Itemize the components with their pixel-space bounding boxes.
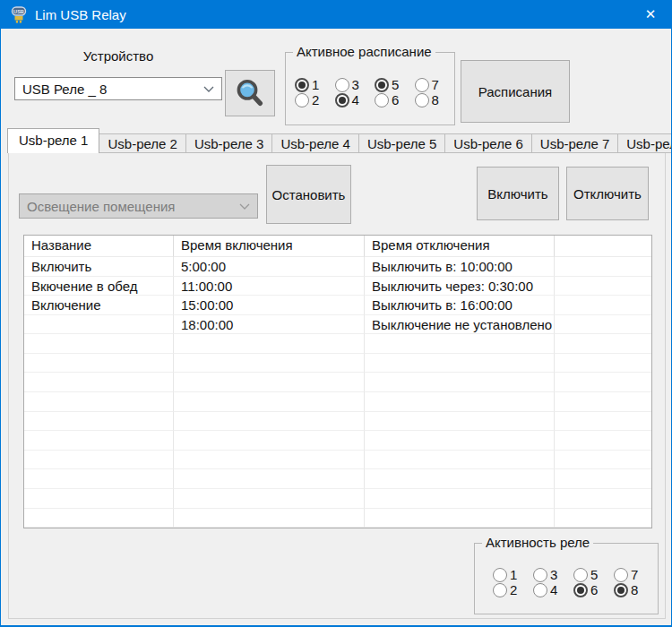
- radio-label: 5: [392, 77, 399, 92]
- relay-activity-radio-4[interactable]: 4: [533, 582, 573, 597]
- radio-unchecked-icon: [375, 93, 389, 107]
- schedule-combobox-value: Освещение помещения: [27, 199, 239, 214]
- table-cell: [365, 509, 555, 528]
- active-schedule-options: 13572468: [295, 77, 454, 107]
- radio-label: 3: [550, 567, 557, 582]
- radio-unchecked-icon: [415, 93, 429, 107]
- table-cell: [24, 315, 174, 335]
- schedule-table[interactable]: НазваниеВремя включенияВремя отключения …: [23, 235, 652, 528]
- radio-checked-icon: [375, 78, 389, 92]
- schedule-combobox[interactable]: Освещение помещения: [19, 193, 258, 219]
- table-cell: Выключить в: 16:00:00: [365, 296, 555, 315]
- header-cell: [555, 236, 651, 257]
- tab-usb-rele-4[interactable]: Usb-реле 4: [272, 133, 358, 153]
- table-cell: [24, 469, 174, 489]
- radio-unchecked-icon: [573, 568, 588, 582]
- radio-unchecked-icon: [493, 568, 507, 582]
- radio-row: 2468: [295, 92, 454, 107]
- table-cell: [555, 412, 651, 432]
- table-row[interactable]: 18:00:00Выключение не установлено: [24, 315, 651, 335]
- radio-label: 7: [631, 567, 638, 582]
- radio-unchecked-icon: [533, 583, 547, 597]
- active-schedule-radio-6[interactable]: 6: [375, 92, 415, 107]
- table-cell: Выключить в: 10:00:00: [365, 257, 555, 277]
- relay-activity-radio-2[interactable]: 2: [493, 582, 533, 597]
- tab-usb-rele-1[interactable]: Usb-реле 1: [7, 128, 99, 153]
- radio-checked-icon: [335, 93, 349, 107]
- active-schedule-radio-2[interactable]: 2: [295, 92, 335, 107]
- active-schedule-radio-7[interactable]: 7: [415, 77, 455, 92]
- tab-usb-rele-6[interactable]: Usb-реле 6: [445, 133, 531, 153]
- table-cell: [365, 392, 555, 412]
- table-cell: [365, 354, 555, 374]
- tab-usb-rele-3[interactable]: Usb-реле 3: [186, 133, 272, 153]
- table-cell: [365, 469, 555, 489]
- relay-activity-radio-3[interactable]: 3: [533, 567, 573, 582]
- tab-usb-rele-8[interactable]: Usb-реле 8: [618, 133, 672, 153]
- header-cell: Время отключения: [365, 236, 555, 257]
- radio-label: 6: [590, 582, 598, 597]
- table-cell: [365, 334, 555, 354]
- device-label: Устройство: [14, 48, 222, 64]
- active-schedule-radio-3[interactable]: 3: [335, 77, 375, 92]
- search-device-button[interactable]: [225, 70, 275, 116]
- turn-off-button-label: Отключить: [573, 186, 642, 202]
- relay-activity-radio-8[interactable]: 8: [614, 582, 654, 597]
- table-body: Включить5:00:00Выключить в: 10:00:00Вкюч…: [24, 257, 651, 528]
- radio-row: 2468: [493, 582, 658, 597]
- table-cell: [24, 489, 174, 509]
- relay-activity-radio-1[interactable]: 1: [493, 567, 533, 582]
- radio-label: 4: [352, 92, 359, 107]
- close-button[interactable]: ✕: [630, 0, 671, 29]
- table-cell: 15:00:00: [174, 296, 365, 315]
- table-cell: [174, 354, 365, 374]
- tab-usb-rele-5[interactable]: Usb-реле 5: [359, 133, 445, 153]
- table-cell: [365, 431, 555, 451]
- table-row[interactable]: Включить5:00:00Выключить в: 10:00:00: [24, 257, 651, 277]
- stop-button[interactable]: Остановить: [266, 165, 351, 224]
- table-cell: 5:00:00: [174, 257, 365, 277]
- table-cell: [555, 315, 651, 335]
- radio-row: 1357: [493, 567, 658, 582]
- table-cell: [555, 257, 651, 277]
- tab-usb-rele-2[interactable]: Usb-реле 2: [99, 133, 185, 153]
- relay-activity-radio-7[interactable]: 7: [614, 567, 654, 582]
- device-combobox[interactable]: USB Реле _ 8: [14, 77, 222, 100]
- relay-activity-options: 13572468: [493, 567, 658, 597]
- table-cell: [24, 373, 174, 392]
- active-schedule-radio-5[interactable]: 5: [375, 77, 415, 92]
- table-cell: [555, 392, 651, 412]
- table-row[interactable]: Вкючение в обед11:00:00Выключить через: …: [24, 277, 651, 296]
- active-schedule-radio-8[interactable]: 8: [415, 92, 455, 107]
- radio-checked-icon: [295, 78, 309, 92]
- header-cell: Название: [24, 236, 174, 257]
- window-title: Lim USB Relay: [35, 7, 126, 22]
- turn-on-button[interactable]: Включить: [477, 167, 559, 220]
- radio-unchecked-icon: [295, 93, 309, 107]
- radio-checked-icon: [614, 583, 628, 597]
- table-cell: Вкючение в обед: [24, 277, 174, 296]
- title-bar: USB Lim USB Relay ✕: [1, 0, 671, 29]
- table-cell: [365, 412, 555, 432]
- table-row[interactable]: Включение15:00:00Выключить в: 16:00:00: [24, 296, 651, 315]
- table-row-empty: [24, 412, 651, 432]
- radio-label: 2: [312, 92, 319, 107]
- active-schedule-radio-1[interactable]: 1: [295, 77, 335, 92]
- table-row-empty: [24, 509, 651, 528]
- radio-label: 5: [590, 567, 598, 582]
- table-cell: [555, 373, 651, 392]
- relay-activity-radio-6[interactable]: 6: [573, 582, 614, 597]
- table-cell: [174, 412, 365, 432]
- radio-unchecked-icon: [493, 583, 507, 597]
- radio-label: 7: [432, 77, 439, 92]
- active-schedule-radio-4[interactable]: 4: [335, 92, 375, 107]
- stop-button-label: Остановить: [272, 187, 346, 202]
- relay-activity-radio-5[interactable]: 5: [573, 567, 614, 582]
- radio-unchecked-icon: [415, 78, 429, 92]
- radio-unchecked-icon: [614, 568, 628, 582]
- turn-off-button[interactable]: Отключить: [566, 167, 649, 220]
- table-cell: Включить: [24, 257, 174, 277]
- schedules-button[interactable]: Расписания: [461, 60, 570, 123]
- tab-usb-rele-7[interactable]: Usb-реле 7: [532, 133, 618, 153]
- table-cell: Включение: [24, 296, 174, 315]
